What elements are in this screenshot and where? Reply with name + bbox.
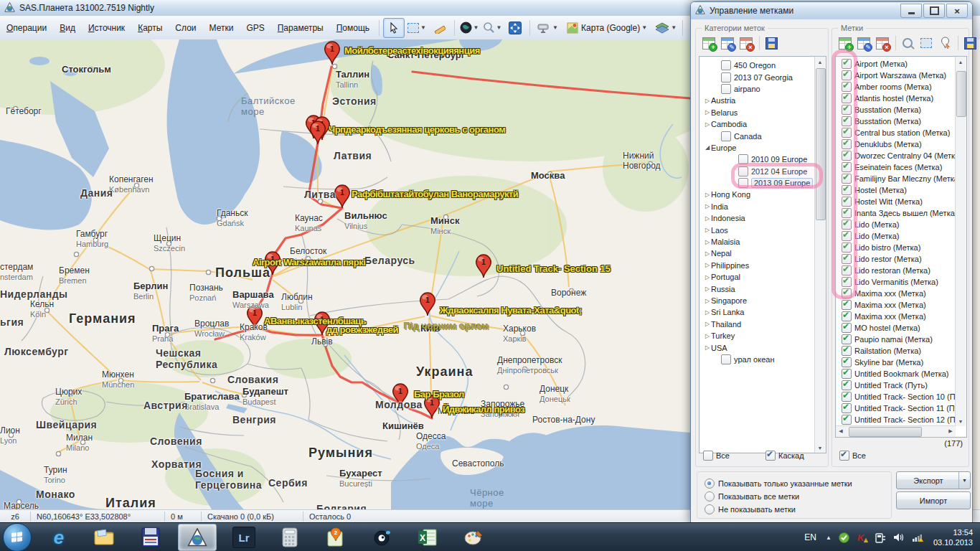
tree-expand-icon[interactable]: ▷ xyxy=(704,239,711,245)
tree-expand-icon[interactable]: ▷ xyxy=(704,309,711,316)
mark-list-item[interactable]: Untitled Bookmark (Метка) xyxy=(837,368,955,380)
mark-checkbox[interactable] xyxy=(842,300,852,310)
category-tree-item[interactable]: ▷ USA xyxy=(701,342,814,353)
radio-show-all[interactable]: Показывать все метки xyxy=(705,491,799,501)
edit-category-button[interactable]: ✎ xyxy=(719,34,736,52)
taskbar-paint[interactable] xyxy=(455,524,492,550)
tree-expand-icon[interactable]: ▷ xyxy=(704,298,711,304)
all-checkbox-box[interactable] xyxy=(703,451,713,461)
taskbar-total-commander[interactable] xyxy=(132,524,169,550)
goto-mark-button[interactable] xyxy=(936,34,953,52)
maximize-button[interactable] xyxy=(923,4,945,18)
mark-list-item[interactable]: Paupio namai (Метка) xyxy=(837,334,955,345)
category-tree-item[interactable]: ▷ Belarus xyxy=(701,107,814,118)
tray-expand-icon[interactable]: ▲ xyxy=(826,534,831,541)
zoom-level[interactable]: z6 xyxy=(0,512,31,522)
category-tree-item[interactable]: ▷ Hong Kong xyxy=(701,189,814,200)
placemark-pin[interactable]: 1 xyxy=(309,121,326,145)
tree-expand-icon[interactable]: ▷ xyxy=(704,109,711,116)
mark-list-item[interactable]: Untitled Track- Section 12 (Путь) xyxy=(837,414,955,425)
category-tree-item[interactable]: ▷ Singapore xyxy=(701,295,814,306)
menu-item[interactable]: Операции xyxy=(0,20,53,36)
category-checkbox[interactable] xyxy=(721,84,731,94)
cursor-tool-button[interactable] xyxy=(383,18,405,38)
taskbar-windows-explorer[interactable] xyxy=(86,524,123,550)
tree-expand-icon[interactable]: ▷ xyxy=(704,98,711,104)
globe-source-button[interactable]: ▼ xyxy=(458,18,480,38)
tree-expand-icon[interactable]: ▷ xyxy=(704,262,711,268)
add-category-button[interactable]: + xyxy=(700,34,717,52)
category-checkbox[interactable] xyxy=(721,354,731,364)
category-tree-item[interactable]: 450 Oregon xyxy=(701,60,814,71)
category-tree-item[interactable]: ▷ Portugal xyxy=(701,271,814,283)
mark-checkbox[interactable] xyxy=(842,415,852,425)
scroll-up-arrow[interactable]: ▲ xyxy=(956,57,966,67)
language-indicator[interactable]: EN xyxy=(804,532,816,542)
scroll-thumb[interactable] xyxy=(816,68,826,220)
menu-item[interactable]: Вид xyxy=(53,20,82,36)
zoom-tool-button[interactable]: ▼ xyxy=(481,18,503,38)
radio-button[interactable] xyxy=(705,504,715,514)
tree-expand-icon[interactable]: ▷ xyxy=(704,286,711,292)
tray-power-plug-icon[interactable] xyxy=(875,532,886,543)
scroll-down-arrow[interactable]: ▼ xyxy=(815,443,825,453)
import-button[interactable]: Импорт xyxy=(896,491,971,509)
mark-list-item[interactable]: Railstation (Метка) xyxy=(837,345,955,357)
category-tree-item[interactable]: ▷ Austria xyxy=(701,95,814,106)
menu-item[interactable]: GPS xyxy=(240,20,270,36)
save-categories-button[interactable] xyxy=(763,34,780,52)
scroll-down-arrow[interactable]: ▼ xyxy=(956,416,966,426)
marks-vscrollbar[interactable]: ▲ ▼ xyxy=(955,57,966,426)
category-tree-item[interactable]: ▷ Cambodia xyxy=(701,118,814,130)
category-tree-item[interactable]: ▷ Philippines xyxy=(701,260,814,271)
mark-list-item[interactable]: Untitled Track- Section 11 (Путь) xyxy=(837,402,955,414)
mark-list-item[interactable]: Untitled Track (Путь) xyxy=(837,380,955,391)
categories-all-checkbox[interactable]: Все xyxy=(702,451,730,461)
download-manager-button[interactable]: ▼ xyxy=(534,18,561,38)
all-marks-checkbox-box[interactable] xyxy=(839,451,849,461)
category-tree-item[interactable]: ▷ Sri Lanka xyxy=(701,306,814,318)
mark-checkbox[interactable] xyxy=(842,369,852,379)
taskbar-internet-explorer[interactable]: e xyxy=(40,524,77,550)
tree-expand-icon[interactable]: ▷ xyxy=(704,227,711,233)
find-mark-button[interactable] xyxy=(899,34,916,52)
radio-button[interactable] xyxy=(705,479,715,489)
taskbar-excel[interactable]: X xyxy=(409,524,446,550)
scroll-thumb[interactable] xyxy=(956,71,966,117)
menu-item[interactable]: Карты xyxy=(131,20,169,36)
minimize-button[interactable] xyxy=(900,4,922,18)
category-tree-item[interactable]: ▷ Turkey xyxy=(701,330,814,342)
tree-expand-icon[interactable]: ▷ xyxy=(704,192,711,198)
mark-checkbox[interactable] xyxy=(842,403,852,413)
mark-checkbox[interactable] xyxy=(842,311,852,321)
category-tree-item[interactable]: ▷ Indonesia xyxy=(701,212,814,224)
menu-item[interactable]: Помощь xyxy=(330,20,376,36)
radio-button[interactable] xyxy=(705,491,715,501)
scroll-left-arrow[interactable]: ◀ xyxy=(836,426,846,436)
category-tree-item[interactable]: ▷ Malaisia xyxy=(701,236,814,248)
menu-item[interactable]: Метки xyxy=(203,20,240,36)
taskbar-calculator[interactable] xyxy=(271,524,308,550)
tree-expand-icon[interactable]: ▷ xyxy=(704,274,711,281)
mark-list-item[interactable]: Untitled Track- Section 10 (Путь) xyxy=(837,391,955,402)
mark-checkbox[interactable] xyxy=(842,346,852,356)
cascade-checkbox-box[interactable] xyxy=(765,451,776,461)
category-tree-item[interactable]: ▷ India xyxy=(701,201,814,212)
category-tree-item[interactable]: ▷ Laos xyxy=(701,224,814,235)
category-tree-item[interactable]: ▷ Russia xyxy=(701,283,814,294)
delete-mark-button[interactable]: × xyxy=(874,34,891,52)
taskbar-lightroom[interactable]: Lr xyxy=(225,524,263,550)
tray-antivirus-icon[interactable]: K! xyxy=(857,532,868,543)
radio-hide-all[interactable]: Не показывать метки xyxy=(705,504,796,514)
cascade-checkbox[interactable]: Каскад xyxy=(764,451,804,461)
mark-list-item[interactable]: MO hostel (Метка) xyxy=(837,322,955,334)
category-tree-item[interactable]: ▷ Thailand xyxy=(701,319,814,330)
mark-list-item[interactable]: Maxima xxx (Метка) xyxy=(837,311,955,322)
clock[interactable]: 13:54 03.10.2013 xyxy=(933,527,973,548)
mark-list-item[interactable]: Maxima xxx (Метка) xyxy=(837,299,955,311)
selection-tool-button[interactable]: ▼ xyxy=(406,18,428,38)
mark-checkbox[interactable] xyxy=(842,334,852,344)
taskbar-2gis[interactable]: 2 xyxy=(317,524,354,550)
radio-show-selected[interactable]: Показывать только указанные метки xyxy=(705,479,852,489)
mark-checkbox[interactable] xyxy=(842,357,852,367)
